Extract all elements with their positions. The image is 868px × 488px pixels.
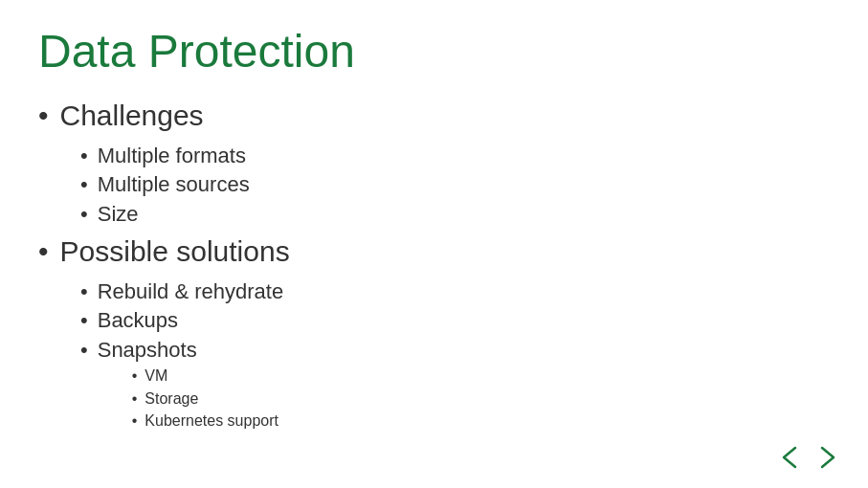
list-item: • Multiple sources (80, 171, 822, 199)
snapshots-sub-0: VM (145, 366, 167, 387)
list-item: • VM (132, 366, 278, 387)
bullet-l2-sol-2: • (80, 337, 88, 365)
bullet-l1-challenges: • (38, 99, 49, 133)
section-challenges: • Challenges • Multiple formats • Multip… (38, 99, 822, 234)
list-item: • Kubernetes support (132, 410, 278, 432)
list-item: • Multiple formats (80, 143, 822, 170)
level1-solutions: • Possible solutions (38, 234, 822, 269)
section-solutions: • Possible solutions • Rebuild & rehydra… (38, 234, 822, 440)
prev-chevron-icon[interactable] (776, 444, 807, 471)
label-solutions: Possible solutions (60, 234, 290, 269)
bullet-l1-solutions: • (38, 234, 49, 269)
bullet-l2-sol-1: • (80, 307, 88, 335)
next-chevron-icon[interactable] (811, 444, 841, 471)
slide: Data Protection • Challenges • Multiple … (0, 0, 868, 488)
bullet-l2-1: • (80, 171, 88, 199)
bullet-l2-0: • (80, 143, 88, 170)
snapshots-sub-1: Storage (145, 388, 198, 410)
snapshots-sub-2: Kubernetes support (145, 410, 278, 432)
challenges-item-0: Multiple formats (98, 143, 246, 170)
solutions-item-2: Snapshots (98, 338, 197, 362)
list-item: • Backups (80, 307, 822, 335)
list-item: • Size (80, 201, 822, 229)
bullet-l3-1: • (132, 388, 138, 410)
solutions-item-0: Rebuild & rehydrate (98, 278, 283, 306)
bullet-l2-2: • (80, 201, 88, 229)
page-title: Data Protection (38, 27, 822, 78)
solutions-item-1: Backups (98, 307, 178, 335)
label-challenges: Challenges (60, 99, 204, 133)
list-item: • Storage (132, 388, 278, 410)
solutions-list: • Rebuild & rehydrate • Backups • Snapsh… (80, 278, 822, 434)
bullet-l3-2: • (132, 410, 138, 432)
bullet-l2-sol-0: • (80, 278, 88, 306)
bullet-l3-0: • (132, 366, 138, 387)
snapshots-group: Snapshots • VM • Storage • (98, 337, 278, 434)
snapshots-subitems: • VM • Storage • Kubernetes support (132, 366, 278, 432)
level1-challenges: • Challenges (38, 99, 822, 133)
list-item: • Rebuild & rehydrate (80, 278, 822, 306)
challenges-item-1: Multiple sources (98, 171, 250, 199)
challenges-list: • Multiple formats • Multiple sources • … (80, 143, 822, 229)
content-area: • Challenges • Multiple formats • Multip… (38, 99, 822, 440)
list-item: • Snapshots • VM • Storage (80, 337, 822, 434)
nav-arrows (776, 444, 841, 471)
challenges-item-2: Size (98, 201, 139, 229)
